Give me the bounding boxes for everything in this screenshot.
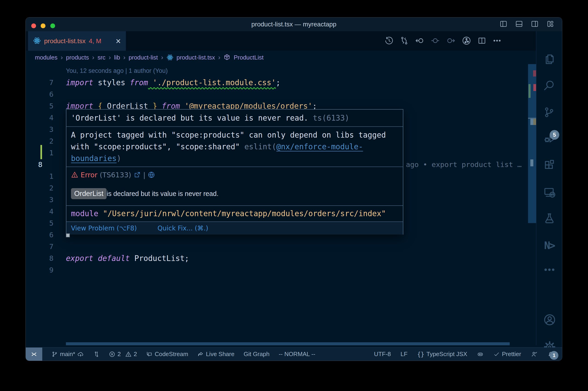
line-number: 2 <box>26 135 54 147</box>
split-editor-icon[interactable] <box>477 36 487 46</box>
timeline-history-icon[interactable] <box>385 36 394 46</box>
breadcrumb-item[interactable]: lib <box>114 54 120 61</box>
vertical-scrollbar[interactable] <box>528 64 536 342</box>
warnings-count: 2 <box>134 351 137 358</box>
semicolon: ; <box>276 78 280 87</box>
language-label: TypeScript JSX <box>426 351 467 358</box>
compare-changes-icon[interactable] <box>400 36 409 46</box>
line-number: 6 <box>26 229 54 241</box>
status-bar: main* 2 2 CodeStream L <box>26 347 562 361</box>
activity-bar: 5 N> 1 <box>536 31 562 345</box>
breadcrumb-item[interactable]: product-list.tsx <box>177 54 215 61</box>
explorer-icon[interactable] <box>543 53 556 66</box>
popup-resize-handle[interactable] <box>66 233 70 237</box>
live-share-label: Live Share <box>206 351 234 358</box>
tab-close-icon[interactable]: × <box>116 37 121 45</box>
navigate-circle-icon[interactable] <box>430 36 440 46</box>
live-share-item[interactable]: Live Share <box>197 351 234 358</box>
keyword-import: import <box>66 78 93 87</box>
encoding-indicator[interactable]: UTF-8 <box>374 351 391 358</box>
copilot-indicator[interactable] <box>477 351 484 358</box>
share-icon <box>197 351 204 357</box>
git-blame-annotation[interactable]: You, 12 seconds ago | 1 author (You) <box>66 65 168 77</box>
branch-indicator[interactable]: main* <box>51 351 84 358</box>
breadcrumb-item[interactable]: src <box>98 54 106 61</box>
branch-name: main* <box>60 351 75 358</box>
warnings-icon <box>125 351 132 357</box>
problems-indicator[interactable]: 2 2 <box>109 351 137 358</box>
horizontal-scrollbar[interactable] <box>66 342 510 345</box>
eslint-rule-link[interactable]: boundaries <box>71 154 117 163</box>
vim-mode-indicator: -- NORMAL -- <box>279 351 315 358</box>
more-actions-icon[interactable] <box>493 36 502 46</box>
line-number: 3 <box>26 194 54 206</box>
more-views-icon[interactable] <box>543 263 556 276</box>
error-warning-icon <box>71 171 78 179</box>
git-graph-item[interactable]: Git Graph <box>244 351 270 358</box>
nx-console-icon[interactable]: N> <box>543 239 556 252</box>
cloud-upload-icon <box>77 351 84 358</box>
line-number: 6 <box>26 89 54 100</box>
code-line-export: export default ProductList; <box>66 252 189 264</box>
testing-beaker-icon[interactable] <box>543 212 556 225</box>
line-number: 7 <box>26 241 54 252</box>
check-icon <box>493 351 500 357</box>
copilot-icon <box>477 351 484 358</box>
git-graph-circle-icon[interactable] <box>462 36 471 46</box>
chevron-right-icon: › <box>123 54 125 61</box>
navigate-forward-icon[interactable] <box>446 36 456 46</box>
errors-icon <box>109 351 115 357</box>
error-label: Error <box>81 171 97 179</box>
keyword-export: export <box>66 254 93 263</box>
symbol-cube-icon <box>224 54 230 61</box>
open-external-icon[interactable] <box>133 171 141 179</box>
navigate-back-icon[interactable] <box>415 36 424 46</box>
eslint-rule-link[interactable]: @nx/enforce-module- <box>276 142 363 151</box>
search-icon[interactable] <box>543 79 556 92</box>
source-control-icon[interactable] <box>543 106 556 119</box>
eslint-source-close: ) <box>117 154 121 163</box>
git-blame-current-line: ago • export product list … <box>406 159 525 171</box>
ts-diagnostic-code: ts(6133) <box>308 113 349 122</box>
comment-icon <box>146 351 153 357</box>
overview-warning-mark <box>533 119 536 125</box>
view-problem-link[interactable]: View Problem (⌥F8) <box>71 224 137 232</box>
identifier-styles: styles <box>93 78 130 87</box>
toggle-secondary-sidebar-icon[interactable] <box>531 20 539 29</box>
overview-modified-mark <box>528 84 531 98</box>
feedback-item[interactable] <box>531 351 538 358</box>
toggle-panel-icon[interactable] <box>515 20 523 29</box>
pipeline-indicator[interactable] <box>93 351 100 357</box>
breadcrumb-item[interactable]: product-list <box>129 54 158 61</box>
breadcrumb-item[interactable]: modules <box>35 54 57 61</box>
toggle-primary-sidebar-icon[interactable] <box>500 20 507 29</box>
tab-product-list[interactable]: product-list.tsx 4, M × <box>28 31 126 51</box>
eslint-diagnostic-row: A project tagged with "scope:products" c… <box>66 126 403 167</box>
language-indicator[interactable]: {} TypeScript JSX <box>417 351 467 358</box>
errors-count: 2 <box>117 351 121 358</box>
title-bar: product-list.tsx — myreactapp <box>26 17 562 31</box>
react-file-icon <box>167 54 173 61</box>
quick-fix-link[interactable]: Quick Fix... (⌘.) <box>158 224 208 232</box>
prettier-indicator[interactable]: Prettier <box>493 351 521 358</box>
breadcrumb-item[interactable]: ProductList <box>234 54 263 61</box>
error-detail-section: Error (TS6133) | OrderList is declared b… <box>66 167 403 205</box>
account-icon[interactable] <box>543 313 556 326</box>
settings-badge: 1 <box>550 351 558 360</box>
codestream-item[interactable]: CodeStream <box>146 351 188 358</box>
commit-graph-icon <box>93 351 100 357</box>
line-number: 4 <box>26 112 54 124</box>
remote-indicator[interactable] <box>26 348 42 361</box>
tab-bar: product-list.tsx 4, M × <box>26 31 536 51</box>
customize-layout-icon[interactable] <box>546 20 554 29</box>
breadcrumb-item[interactable]: products <box>66 54 89 61</box>
extensions-icon[interactable] <box>543 159 556 171</box>
overview-cursor-mark <box>530 159 533 166</box>
problem-hover-popup: 'OrderList' is declared but its value is… <box>66 109 403 235</box>
ts-diagnostic-row: 'OrderList' is declared but its value is… <box>66 109 403 126</box>
eol-indicator[interactable]: LF <box>401 351 408 358</box>
vscode-window: product-list.tsx — myreactapp product-li… <box>25 17 562 361</box>
keyword-default: default <box>93 254 130 263</box>
remote-explorer-icon[interactable] <box>543 186 556 199</box>
globe-icon[interactable] <box>148 171 155 179</box>
